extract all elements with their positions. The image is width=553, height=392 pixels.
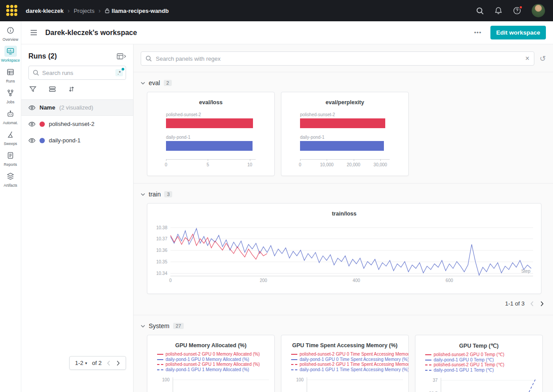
panel-gpu-time[interactable]: GPU Time Spent Accessing Memory (%)polis… bbox=[281, 335, 409, 392]
runs-search-input[interactable] bbox=[42, 70, 112, 76]
x-tick-label: 20,000 bbox=[347, 162, 360, 167]
y-tick-label: 10.36 bbox=[156, 248, 167, 253]
rail-item-reports[interactable]: Reports bbox=[0, 150, 21, 167]
sort-icon[interactable] bbox=[68, 86, 75, 92]
visibility-eye-icon[interactable] bbox=[28, 122, 36, 127]
x-tick-label: 0 bbox=[299, 162, 301, 167]
legend-label: polished-sunset-2 GPU 0 Memory Allocated… bbox=[166, 352, 260, 357]
tick-mark bbox=[166, 159, 166, 161]
x-axis: 0510 bbox=[166, 159, 256, 169]
rail-item-runs[interactable]: Runs bbox=[0, 67, 21, 83]
regex-active-dot bbox=[122, 68, 124, 71]
section-eval: eval 2 eval/losspolished-sunset-2daily-p… bbox=[134, 72, 553, 183]
panel-page-label: 1-1 of 3 bbox=[505, 300, 525, 307]
section-train-header[interactable]: train 3 bbox=[141, 188, 546, 203]
panel-search-input[interactable] bbox=[156, 55, 521, 62]
edit-workspace-button[interactable]: Edit workspace bbox=[490, 26, 546, 39]
rail-item-sweeps[interactable]: Sweeps bbox=[0, 129, 21, 146]
section-count-badge: 3 bbox=[164, 191, 172, 197]
run-row-polished-sunset-2[interactable]: polished-sunset-2 bbox=[21, 116, 133, 132]
chart-title: train/loss bbox=[147, 204, 541, 217]
chart-legend: polished-sunset-2 GPU 0 Time Spent Acces… bbox=[291, 352, 408, 372]
section-count-badge: 2 bbox=[164, 80, 172, 86]
run-row-daily-pond-1[interactable]: daily-pond-1 bbox=[21, 132, 133, 149]
prev-page-button[interactable] bbox=[107, 361, 111, 366]
section-label: eval bbox=[149, 79, 160, 86]
legend-item: daily-pond-1 GPU 1 Temp (℃) bbox=[425, 368, 542, 373]
regex-toggle-button[interactable]: .* bbox=[115, 69, 123, 76]
legend-line-icon bbox=[157, 354, 163, 355]
chart-legend: polished-sunset-2 GPU 0 Memory Allocated… bbox=[157, 352, 274, 372]
rail-label: Runs bbox=[6, 79, 15, 83]
overview-icon bbox=[4, 25, 17, 36]
section-eval-header[interactable]: eval 2 bbox=[141, 77, 546, 92]
panel-eval-loss[interactable]: eval/losspolished-sunset-2daily-pond-105… bbox=[147, 92, 275, 176]
top-navbar: darek-kleczek › Projects › llama-recipes… bbox=[0, 0, 553, 21]
hamburger-menu-icon[interactable] bbox=[28, 28, 39, 37]
section-system-header[interactable]: System 27 bbox=[141, 320, 546, 335]
filter-funnel-icon[interactable] bbox=[29, 86, 36, 92]
panel-search-box[interactable]: × bbox=[141, 51, 534, 66]
panel-gpu-temp[interactable]: GPU Temp (℃)polished-sunset-2 GPU 0 Temp… bbox=[415, 335, 543, 392]
legend-line-icon bbox=[157, 364, 163, 365]
bar bbox=[300, 141, 384, 151]
chart-title: eval/perplexity bbox=[281, 92, 408, 106]
rail-item-automations[interactable]: Automat. bbox=[0, 108, 21, 125]
legend-label: polished-sunset-2 GPU 1 Memory Allocated… bbox=[166, 362, 260, 367]
runs-search-box[interactable]: .* bbox=[28, 66, 126, 80]
breadcrumb-separator-icon: › bbox=[99, 7, 101, 14]
breadcrumb-project[interactable]: llama-recipes-wandb bbox=[105, 8, 169, 14]
workspace-header: Darek-kleczek's workspace ••• Edit works… bbox=[21, 21, 553, 44]
notifications-bell-icon[interactable] bbox=[494, 7, 502, 15]
section-count-badge: 27 bbox=[173, 323, 184, 329]
group-rows-icon[interactable] bbox=[49, 86, 56, 92]
workspace-title: Darek-kleczek's workspace bbox=[45, 29, 137, 37]
breadcrumb-projects[interactable]: Projects bbox=[74, 8, 95, 14]
panel-train-loss[interactable]: train/loss10.3410.3510.3610.3710.3802004… bbox=[147, 203, 541, 294]
bar-run-label: daily-pond-1 bbox=[300, 135, 390, 140]
legend-label: daily-pond-1 GPU 0 Time Spent Accessing … bbox=[300, 357, 408, 362]
legend-label: daily-pond-1 GPU 1 Memory Allocated (%) bbox=[166, 367, 249, 372]
wandb-logo[interactable] bbox=[6, 5, 18, 16]
bar-plot: polished-sunset-2daily-pond-1010,00020,0… bbox=[300, 112, 390, 169]
y-tick-label: 100 bbox=[286, 377, 304, 382]
expand-runs-table-icon[interactable] bbox=[117, 53, 126, 59]
runs-name-column-header[interactable]: Name (2 visualized) bbox=[21, 99, 133, 116]
prev-panel-page-button[interactable] bbox=[530, 301, 534, 306]
next-page-button[interactable] bbox=[116, 361, 120, 366]
legend-line-icon bbox=[425, 370, 431, 371]
panel-gpu-memory[interactable]: GPU Memory Allocated (%)polished-sunset-… bbox=[147, 335, 275, 392]
y-tick-label: 10.38 bbox=[156, 225, 167, 230]
runs-count-title: Runs (2) bbox=[28, 52, 57, 60]
x-tick-label: 10 bbox=[247, 162, 252, 167]
panel-eval-perplexity[interactable]: eval/perplexitypolished-sunset-2daily-po… bbox=[281, 92, 409, 176]
legend-line-icon bbox=[291, 369, 297, 370]
rail-item-artifacts[interactable]: Artifacts bbox=[0, 171, 21, 188]
y-axis-line bbox=[441, 378, 441, 392]
section-label: System bbox=[149, 322, 170, 329]
more-options-icon[interactable]: ••• bbox=[470, 27, 485, 38]
line-plot: 10.3410.3510.3610.3710.380200400600Step bbox=[170, 222, 533, 276]
next-panel-page-button[interactable] bbox=[540, 301, 544, 306]
clear-search-icon[interactable]: × bbox=[525, 55, 529, 62]
legend-item: daily-pond-1 GPU 1 Time Spent Accessing … bbox=[291, 367, 408, 372]
page-size-dropdown[interactable]: 1-2 ▾ bbox=[75, 360, 87, 366]
help-icon[interactable] bbox=[513, 7, 521, 15]
rail-item-overview[interactable]: Overview bbox=[0, 25, 21, 42]
rail-item-workspace[interactable]: Workspace bbox=[0, 46, 21, 63]
rail-label: Reports bbox=[4, 162, 17, 167]
y-tick-label: 37 bbox=[420, 378, 438, 383]
legend-item: daily-pond-1 GPU 0 Time Spent Accessing … bbox=[291, 357, 408, 362]
visibility-eye-icon[interactable] bbox=[28, 138, 36, 143]
run-color-dot bbox=[40, 138, 45, 143]
breadcrumb-user[interactable]: darek-kleczek bbox=[26, 8, 63, 14]
search-icon[interactable] bbox=[476, 7, 484, 15]
rail-item-jobs[interactable]: Jobs bbox=[0, 87, 21, 104]
rail-label: Artifacts bbox=[4, 183, 17, 188]
chart-title: eval/loss bbox=[147, 92, 274, 106]
legend-line-icon bbox=[157, 369, 163, 370]
visibility-eye-icon[interactable] bbox=[28, 105, 36, 110]
history-undo-icon[interactable]: ↺ bbox=[540, 55, 546, 63]
tick-mark bbox=[354, 159, 354, 161]
user-avatar[interactable] bbox=[532, 4, 545, 17]
